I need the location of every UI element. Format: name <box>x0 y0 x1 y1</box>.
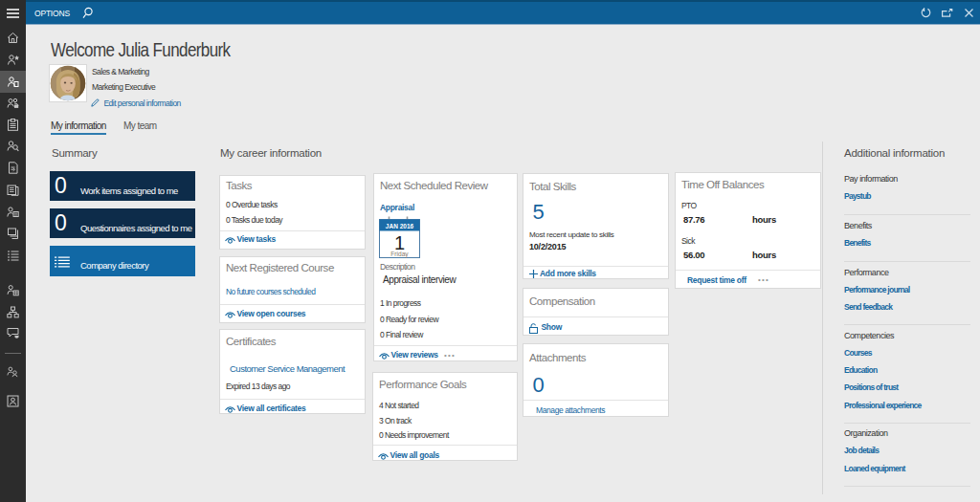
svg-text:Friday: Friday <box>390 251 409 258</box>
svg-text:JAN 2016: JAN 2016 <box>386 223 414 229</box>
